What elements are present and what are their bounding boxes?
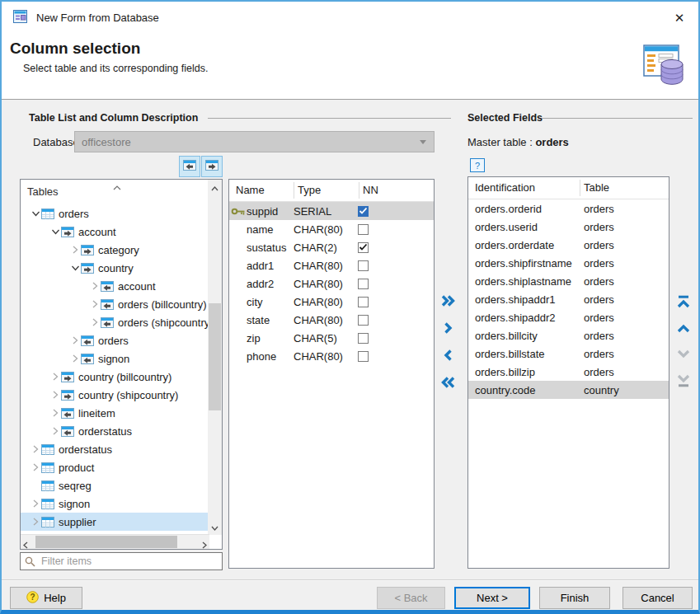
tree-column-header[interactable]: Tables (27, 185, 59, 198)
column-row-suppid[interactable]: suppidSERIAL (229, 202, 434, 220)
field-row-orders-shiplastname[interactable]: orders.shiplastnameorders (468, 272, 669, 290)
tree-item-account[interactable]: account (21, 223, 209, 241)
chevron-right-icon[interactable] (68, 335, 81, 345)
checkbox-unchecked[interactable] (358, 315, 369, 326)
field-identification: orders.shipaddr2 (468, 312, 584, 324)
tree-item-orders-billcountry[interactable]: orders (billcountry) (21, 295, 209, 313)
scroll-up-icon[interactable] (211, 181, 218, 194)
move-right-button[interactable] (440, 319, 456, 337)
column-row-name[interactable]: nameCHAR(80) (229, 220, 434, 238)
tree-item-signon[interactable]: signon (21, 349, 209, 368)
chevron-right-icon[interactable] (68, 354, 81, 363)
checkbox-unchecked[interactable] (358, 333, 369, 344)
tree-item-orders[interactable]: orders (21, 204, 209, 223)
field-row-orders-shipfirstname[interactable]: orders.shipfirstnameorders (468, 254, 669, 272)
chevron-right-icon[interactable] (29, 444, 41, 454)
move-left-button[interactable] (440, 346, 456, 364)
tree-item-orders-shipcountry[interactable]: orders (shipcountry) (21, 313, 209, 331)
tree-item-orders[interactable]: orders (21, 331, 209, 349)
expand-referencing-tables-button[interactable] (179, 156, 200, 177)
move-down-button[interactable] (676, 344, 691, 364)
checkbox-unchecked[interactable] (358, 224, 369, 235)
checkbox-unchecked[interactable] (358, 260, 369, 271)
field-help-button[interactable]: ? (470, 158, 485, 172)
chevron-right-icon[interactable] (88, 299, 101, 309)
cancel-button[interactable]: Cancel (622, 587, 693, 609)
chevron-right-icon[interactable] (88, 281, 101, 291)
tree-item-lineitem[interactable]: lineitem (21, 404, 209, 422)
database-dropdown[interactable]: officestore (74, 131, 435, 152)
scroll-left-icon[interactable] (23, 539, 28, 550)
chevron-right-icon[interactable] (88, 317, 101, 327)
chevron-down-icon[interactable] (68, 263, 81, 273)
chevron-right-icon[interactable] (29, 499, 41, 509)
checkbox-unchecked[interactable] (358, 297, 369, 307)
help-button-label: Help (44, 592, 66, 604)
column-row-zip[interactable]: zipCHAR(5) (229, 329, 434, 347)
field-row-orders-userid[interactable]: orders.useridorders (468, 218, 669, 236)
move-up-button[interactable] (676, 318, 691, 338)
tree-item-product[interactable]: product (21, 458, 209, 476)
chevron-right-icon[interactable] (49, 390, 61, 400)
next-button[interactable]: Next > (454, 587, 530, 609)
back-button[interactable]: < Back (377, 587, 445, 609)
vertical-scrollbar[interactable] (208, 180, 222, 535)
field-row-orders-billcity[interactable]: orders.billcityorders (468, 326, 669, 344)
column-header-nn[interactable]: NN (363, 184, 378, 196)
field-row-orders-shipaddr1[interactable]: orders.shipaddr1orders (468, 290, 669, 308)
column-row-state[interactable]: stateCHAR(80) (229, 311, 434, 329)
column-row-addr2[interactable]: addr2CHAR(80) (229, 274, 434, 293)
checkbox-checked[interactable] (358, 242, 369, 253)
column-header-table[interactable]: Table (584, 181, 609, 194)
tree-item-supplier[interactable]: supplier (21, 513, 209, 531)
column-header-identification[interactable]: Identification (475, 181, 535, 194)
horizontal-scrollbar[interactable] (21, 534, 209, 549)
chevron-down-icon[interactable] (29, 209, 41, 218)
tree-item-orderstatus[interactable]: orderstatus (21, 440, 209, 458)
chevron-right-icon[interactable] (29, 517, 41, 527)
tree-item-signon[interactable]: signon (21, 494, 209, 513)
field-row-orders-orderdate[interactable]: orders.orderdateorders (468, 236, 669, 254)
move-all-left-button[interactable] (440, 373, 456, 391)
scrollbar-thumb[interactable] (35, 536, 177, 548)
checkbox-unchecked[interactable] (358, 279, 369, 289)
column-header-type[interactable]: Type (298, 184, 321, 196)
chevron-right-icon[interactable] (49, 408, 61, 418)
column-row-phone[interactable]: phoneCHAR(80) (229, 347, 434, 365)
chevron-right-icon[interactable] (29, 462, 41, 472)
finish-button[interactable]: Finish (539, 587, 610, 609)
expand-referenced-tables-button[interactable] (201, 156, 223, 177)
field-row-country-code[interactable]: country.codecountry (468, 381, 669, 399)
move-to-top-button[interactable] (676, 292, 691, 312)
chevron-right-icon[interactable] (49, 426, 61, 436)
field-row-orders-orderid[interactable]: orders.orderidorders (468, 199, 669, 218)
checkbox-checked[interactable] (358, 206, 369, 217)
tree-item-country-billcountry[interactable]: country (billcountry) (21, 368, 209, 386)
tree-item-country[interactable]: country (21, 259, 209, 277)
column-row-city[interactable]: cityCHAR(80) (229, 293, 434, 311)
column-row-addr1[interactable]: addr1CHAR(80) (229, 256, 434, 274)
tree-item-orderstatus[interactable]: orderstatus (21, 422, 209, 440)
field-row-orders-billzip[interactable]: orders.billziporders (468, 363, 669, 381)
tree-item-seqreg[interactable]: seqreg (21, 476, 209, 494)
close-button[interactable]: ✕ (665, 7, 694, 30)
checkbox-unchecked[interactable] (358, 351, 369, 362)
scrollbar-thumb[interactable] (209, 303, 221, 410)
tree-item-country-shipcountry[interactable]: country (shipcountry) (21, 386, 209, 404)
field-row-orders-shipaddr2[interactable]: orders.shipaddr2orders (468, 308, 669, 326)
help-button[interactable]: ? Help (10, 587, 82, 609)
move-all-right-button[interactable] (440, 292, 456, 310)
column-header-name[interactable]: Name (236, 184, 265, 196)
move-to-bottom-button[interactable] (676, 371, 691, 391)
tree-item-label: orders (billcountry) (117, 298, 207, 311)
chevron-down-icon[interactable] (49, 227, 61, 237)
chevron-right-icon[interactable] (68, 245, 81, 255)
tree-item-category[interactable]: category (21, 241, 209, 259)
column-row-sustatus[interactable]: sustatusCHAR(2) (229, 238, 434, 256)
field-row-orders-billstate[interactable]: orders.billstateorders (468, 344, 669, 363)
scroll-down-icon[interactable] (211, 521, 218, 533)
scroll-right-icon[interactable] (202, 539, 207, 550)
chevron-right-icon[interactable] (49, 372, 61, 382)
tree-item-account[interactable]: account (21, 277, 209, 295)
filter-items-input[interactable] (40, 555, 222, 568)
